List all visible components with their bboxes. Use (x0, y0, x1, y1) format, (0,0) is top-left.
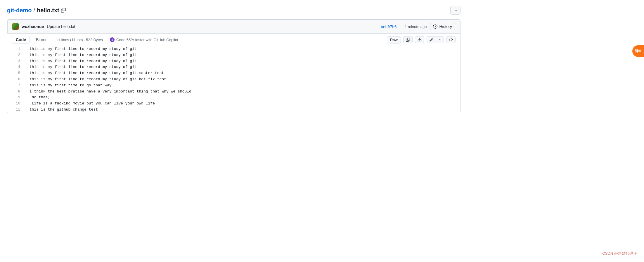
table-row: 10 Life is a fucking movie,but you can l… (7, 101, 460, 107)
code-content: 1 this is my first line to record my stu… (7, 46, 460, 113)
table-row: 5 this is my first line to record my stu… (7, 70, 460, 76)
line-content: Life is a fucking movie,but you can live… (25, 101, 162, 107)
more-options-button[interactable]: ··· (450, 6, 461, 15)
table-row: 3 this is my first line to record my stu… (7, 58, 460, 64)
commit-info-right: beb07b6 · 1 minute ago History (381, 23, 455, 30)
table-row: 8 I think the best pratise have a very i… (7, 89, 460, 95)
blame-tab[interactable]: Blame (32, 36, 51, 43)
translate-fab[interactable]: 译A (632, 45, 644, 57)
code-tab[interactable]: Code (12, 36, 30, 43)
file-header-row: git-demo / hello.txt ··· (7, 6, 461, 15)
copy-raw-button[interactable] (403, 36, 413, 43)
table-row: 7 this is my first time to go that way. (7, 83, 460, 89)
line-number[interactable]: 7 (7, 83, 25, 88)
file-toolbar: Code Blame 11 lines (11 loc) · 522 Bytes… (7, 34, 460, 46)
table-row: 6 this is my first line to record my stu… (7, 76, 460, 83)
commit-info-left: wozhaonue Update hello.txt (12, 23, 75, 30)
line-content: this is my first time to go that way. (25, 83, 119, 89)
download-button[interactable] (415, 36, 424, 43)
line-number[interactable]: 6 (7, 77, 25, 82)
breadcrumb-separator: / (33, 7, 35, 14)
table-row: 1 this is my first line to record my stu… (7, 46, 460, 52)
repo-link[interactable]: git-demo (7, 7, 32, 14)
commit-time: 1 minute ago (405, 25, 427, 29)
history-button[interactable]: History (430, 23, 455, 30)
symbols-button[interactable] (446, 36, 456, 43)
toolbar-right: Raw (387, 36, 456, 43)
copilot-icon (110, 37, 115, 42)
line-content: this is the github change test! (25, 107, 105, 113)
copy-path-icon[interactable] (61, 8, 66, 13)
breadcrumb: git-demo / hello.txt (7, 7, 66, 14)
line-number[interactable]: 4 (7, 64, 25, 70)
commit-message: Update hello.txt (47, 24, 75, 29)
download-icon (418, 38, 422, 42)
copilot-promo: Code 55% faster with GitHub Copilot (110, 37, 178, 42)
table-row: 9 do that; (7, 95, 460, 101)
history-icon (433, 25, 437, 29)
commit-separator: · (400, 25, 401, 29)
table-row: 2 this is my first line to record my stu… (7, 52, 460, 58)
author-avatar (12, 23, 19, 30)
line-content: this is my first line to record my study… (25, 52, 141, 58)
line-number[interactable]: 10 (7, 101, 25, 106)
line-number[interactable]: 2 (7, 53, 25, 58)
line-content: this is my first line to record my study… (25, 76, 171, 83)
line-number[interactable]: 9 (7, 95, 25, 100)
copilot-promo-text[interactable]: Code 55% faster with GitHub Copilot (116, 38, 178, 42)
file-meta: 11 lines (11 loc) · 522 Bytes (56, 38, 103, 42)
line-content: this is my first line to record my study… (25, 46, 141, 52)
pencil-icon (429, 38, 433, 42)
chevron-down-icon (438, 38, 441, 41)
line-content: this is my first line to record my study… (25, 70, 169, 76)
edit-button-group (427, 36, 444, 43)
filename: hello.txt (37, 7, 59, 14)
line-content: this is my first line to record my study… (25, 64, 141, 70)
copy-icon (406, 38, 410, 42)
line-content: I think the best pratise have a very imp… (25, 89, 196, 95)
line-number[interactable]: 1 (7, 46, 25, 52)
table-row: 4 this is my first line to record my stu… (7, 64, 460, 70)
commit-hash[interactable]: beb07b6 (381, 25, 397, 29)
line-number[interactable]: 3 (7, 59, 25, 64)
code-icon (449, 38, 453, 42)
line-number[interactable]: 8 (7, 89, 25, 95)
commit-author[interactable]: wozhaonue (22, 24, 44, 29)
line-content: do that; (25, 95, 55, 101)
history-label: History (439, 24, 452, 29)
line-number[interactable]: 11 (7, 107, 25, 113)
edit-dropdown-button[interactable] (436, 36, 444, 43)
line-number[interactable]: 5 (7, 71, 25, 76)
toolbar-left: Code Blame 11 lines (11 loc) · 522 Bytes… (12, 36, 178, 43)
raw-button[interactable]: Raw (387, 36, 401, 43)
edit-button[interactable] (427, 36, 436, 43)
line-content: this is my first line to record my study… (25, 58, 141, 64)
commit-bar: wozhaonue Update hello.txt beb07b6 · 1 m… (7, 20, 460, 34)
table-row: 11 this is the github change test! (7, 107, 460, 113)
